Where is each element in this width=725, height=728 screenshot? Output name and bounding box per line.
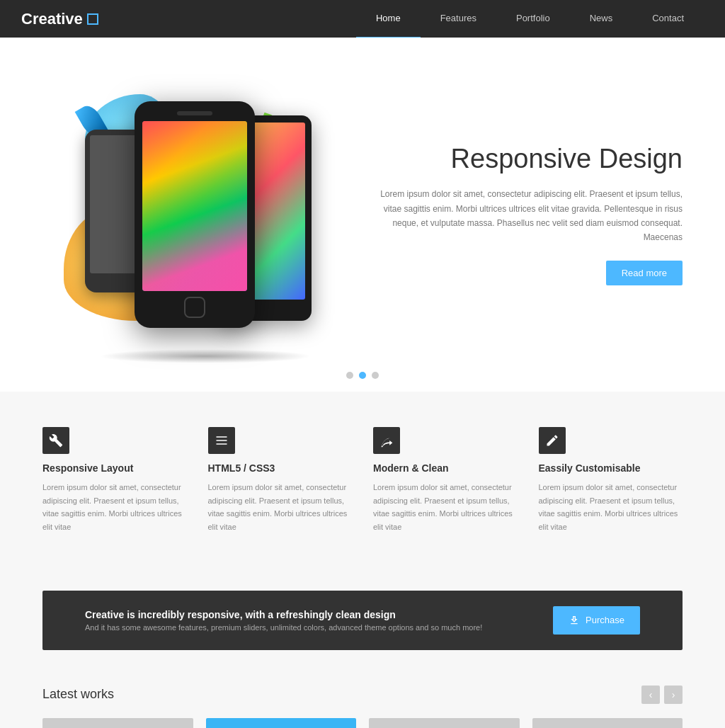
portfolio-navigation: ‹ › [641, 686, 683, 704]
purchase-btn-label: Purchase [586, 615, 624, 625]
hero-section: Responsive Design Lorem ipsum dolor sit … [0, 38, 725, 392]
hero-description: Lorem ipsum dolor sit amet, consectetur … [377, 187, 683, 245]
wrench-icon-box [42, 427, 69, 454]
nav-links: Home Features Portfolio News Contact [356, 0, 704, 38]
nav-item-features[interactable]: Features [421, 0, 496, 38]
wrench-icon [49, 433, 63, 448]
pencil-icon-box [539, 427, 566, 454]
slide-dot-1[interactable] [346, 372, 353, 379]
devices-shadow [99, 349, 312, 363]
hero-content: Responsive Design Lorem ipsum dolor sit … [348, 144, 683, 285]
hero-title: Responsive Design [377, 144, 683, 174]
feature-4-desc: Lorem ipsum dolor sit amet, consectetur … [539, 481, 683, 534]
portfolio-section: Latest works ‹ › Project title Web Desig… [0, 671, 725, 728]
portfolio-title: Latest works [42, 687, 114, 702]
portfolio-grid: Project title Web Design, Branding 2012 … [42, 718, 683, 728]
feature-4-title: Eassily Customisable [539, 462, 683, 474]
feature-html5: HTML5 / CSS3 Lorem ipsum dolor sit amet,… [208, 427, 353, 534]
feature-responsive-layout: Responsive Layout Lorem ipsum dolor sit … [42, 427, 187, 534]
phone-main [135, 101, 255, 328]
cta-main-text: Creative is incredibly responsive, with … [85, 609, 539, 620]
cta-wrapper: Creative is incredibly responsive, with … [0, 569, 725, 671]
read-more-button[interactable]: Read more [606, 261, 683, 285]
feature-3-desc: Lorem ipsum dolor sit amet, consectetur … [373, 481, 518, 534]
features-section: Responsive Layout Lorem ipsum dolor sit … [0, 392, 725, 569]
nav-item-home[interactable]: Home [356, 0, 421, 38]
phone-speaker [177, 111, 212, 115]
phone-screen-content [142, 121, 247, 291]
download-icon [569, 615, 580, 626]
feature-2-desc: Lorem ipsum dolor sit amet, consectetur … [208, 481, 353, 534]
pencil-icon [545, 433, 559, 448]
leaf-icon [379, 433, 394, 448]
cta-banner: Creative is incredibly responsive, with … [42, 591, 683, 650]
slide-dot-3[interactable] [372, 372, 379, 379]
slide-dot-2[interactable] [359, 372, 366, 379]
phone-screen [142, 121, 247, 291]
feature-customisable: Eassily Customisable Lorem ipsum dolor s… [539, 427, 683, 534]
lines-icon [215, 433, 229, 448]
feature-1-title: Responsive Layout [42, 462, 187, 474]
nav-logo[interactable]: Creative [21, 10, 98, 28]
portfolio-prev-button[interactable]: ‹ [641, 686, 660, 704]
hero-visual [42, 66, 348, 363]
cta-text: Creative is incredibly responsive, with … [85, 609, 539, 632]
devices-group [78, 80, 333, 363]
feature-modern-clean: Modern & Clean Lorem ipsum dolor sit ame… [373, 427, 518, 534]
lines-icon-box [208, 427, 235, 454]
leaf-icon-box [373, 427, 400, 454]
feature-3-title: Modern & Clean [373, 462, 518, 474]
logo-icon [87, 13, 98, 25]
phone-home-button [184, 297, 205, 318]
nav-item-portfolio[interactable]: Portfolio [496, 0, 570, 38]
navbar: Creative Home Features Portfolio News Co… [0, 0, 725, 38]
nav-item-contact[interactable]: Contact [632, 0, 704, 38]
feature-2-title: HTML5 / CSS3 [208, 462, 353, 474]
portfolio-header: Latest works ‹ › [42, 686, 683, 704]
portfolio-item-4[interactable] [532, 718, 683, 728]
slider-dots [346, 372, 379, 379]
portfolio-item-2[interactable]: Project title Web Design, Branding 2012 … [206, 718, 357, 728]
cta-sub-text: And it has some awesome features, premiu… [85, 623, 539, 632]
feature-1-desc: Lorem ipsum dolor sit amet, consectetur … [42, 481, 187, 534]
portfolio-next-button[interactable]: › [664, 686, 683, 704]
purchase-button[interactable]: Purchase [553, 606, 640, 635]
portfolio-item-3[interactable] [369, 718, 520, 728]
logo-text: Creative [21, 10, 83, 28]
nav-item-news[interactable]: News [570, 0, 633, 38]
portfolio-item-1[interactable] [42, 718, 193, 728]
